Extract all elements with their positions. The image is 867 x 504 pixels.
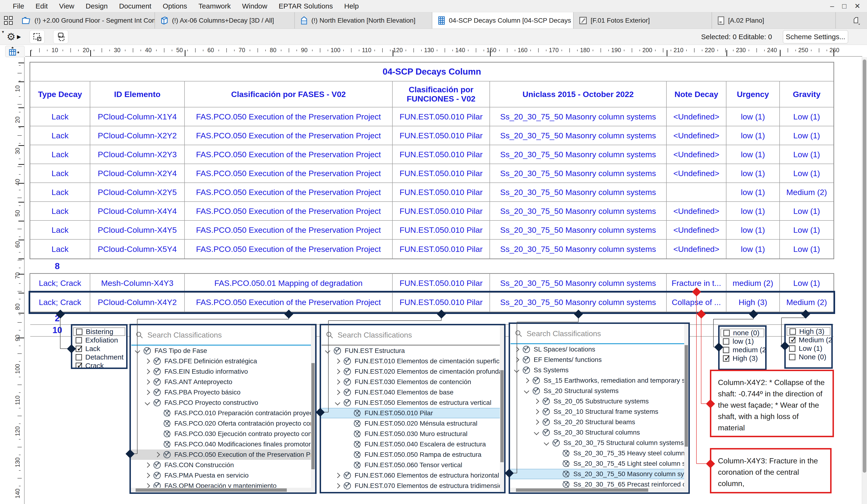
menu-item-file[interactable]: File bbox=[7, 2, 30, 10]
tree-item[interactable]: Ss_20_30 Structural columns bbox=[510, 427, 688, 438]
checkbox-checked[interactable]: ✓ bbox=[76, 346, 82, 352]
tree-item[interactable]: FUN.EST Estructura bbox=[321, 346, 504, 356]
cell-1[interactable]: Mesh-Column-X4Y3 bbox=[90, 274, 185, 293]
close-button[interactable]: ✕ bbox=[855, 0, 860, 12]
settings-gear-button[interactable]: ⚙▶ bbox=[7, 31, 21, 43]
ruler-origin-button[interactable] bbox=[5, 46, 24, 57]
cell-7[interactable]: Low (1) bbox=[780, 274, 833, 293]
tree-item[interactable]: FUN.EST.020 Elementos de cimentación pro… bbox=[321, 366, 504, 377]
cell-3[interactable]: FUN.EST.050.010 Pilar bbox=[393, 164, 490, 183]
cell-1[interactable]: PCloud-Column-X5Y4 bbox=[90, 240, 185, 259]
cell-0[interactable]: Lack bbox=[30, 126, 90, 145]
tree-item[interactable]: EF Elements/ functions bbox=[510, 354, 688, 365]
column-header-0[interactable]: Type Decay bbox=[30, 81, 90, 107]
cell-2[interactable]: FAS.PCO.050 Execution of the Preservatio… bbox=[185, 164, 393, 183]
tree-item[interactable]: Ss_20_05 Substructure systems bbox=[510, 396, 688, 406]
scrollbar-thumb[interactable] bbox=[500, 370, 504, 462]
menu-item-options[interactable]: Options bbox=[157, 2, 193, 10]
tree-item[interactable]: FAS.ANT Anteproyecto bbox=[131, 377, 315, 387]
table-row[interactable]: LackPCloud-Column-X2Y2FAS.PCO.050 Execut… bbox=[30, 126, 833, 145]
chevron-right-icon[interactable] bbox=[145, 473, 150, 478]
chevron-right-icon[interactable] bbox=[145, 359, 150, 364]
cell-3[interactable]: FUN.EST.050.010 Pilar bbox=[393, 221, 490, 240]
cell-4[interactable]: Ss_20_30_75_50 Masonry column systems bbox=[490, 164, 667, 183]
tree-item[interactable]: FUN.EST.050.030 Muro estructural bbox=[321, 429, 504, 439]
cell-7[interactable]: Low (1) bbox=[780, 202, 833, 221]
checkbox-checked[interactable]: ✓ bbox=[723, 355, 729, 362]
cell-5[interactable]: <Undefined> bbox=[667, 107, 726, 126]
cell-3[interactable]: FUN.EST.050.010 Pilar bbox=[393, 183, 490, 202]
tree-item[interactable]: FUN.EST.010 Elementos de cimentación sup… bbox=[321, 356, 504, 366]
table-row[interactable]: LackPCloud-Column-X2Y5FAS.PCO.050 Execut… bbox=[30, 183, 833, 202]
tree-item[interactable]: Ss_20_30_75_45 Light steel column system… bbox=[510, 458, 688, 469]
cell-2[interactable]: FAS.PCO.050 Execution of the Preservatio… bbox=[185, 183, 393, 202]
uniclass-classification-popup[interactable]: Search ClassificationsSL Spaces/ locatio… bbox=[509, 322, 690, 494]
chevron-down-icon[interactable] bbox=[335, 400, 340, 406]
cell-5[interactable]: <Undefined> bbox=[667, 164, 726, 183]
checkbox-checked[interactable]: ✓ bbox=[76, 363, 82, 369]
tree-item[interactable]: Ss_20_20 Structural beams bbox=[510, 417, 688, 427]
tree-item[interactable]: FAS.PCO.010 Preparación contratación pro… bbox=[131, 408, 315, 418]
funciones-classification-popup[interactable]: Search ClassificationsFUN.EST Estructura… bbox=[320, 324, 505, 493]
cell-1[interactable]: PCloud-Column-X2Y5 bbox=[90, 183, 185, 202]
cell-5[interactable]: <Undefined> bbox=[667, 126, 726, 145]
cell-4[interactable]: Ss_20_30_75_50 Masonry column systems bbox=[490, 221, 667, 240]
cell-4[interactable]: Ss_20_30_75_50 Masonry column systems bbox=[490, 107, 667, 126]
cell-6[interactable]: low (1) bbox=[726, 183, 780, 202]
decay-type-popup[interactable]: BisteringExfoliation✓LackDetachment✓Crac… bbox=[71, 324, 128, 369]
cell-2[interactable]: FAS.PCO.050 Execution of the Preservatio… bbox=[185, 202, 393, 221]
menu-item-window[interactable]: Window bbox=[236, 2, 273, 10]
menu-item-help[interactable]: Help bbox=[339, 2, 364, 10]
cell-3[interactable]: FUN.EST.050.010 Pilar bbox=[393, 107, 490, 126]
cell-2[interactable]: FAS.PCO.050 Execution of the Preservatio… bbox=[185, 107, 393, 126]
cell-1[interactable]: PCloud-Column-X2Y4 bbox=[90, 164, 185, 183]
minimize-button[interactable]: – bbox=[830, 0, 834, 12]
chevron-right-icon[interactable] bbox=[155, 452, 160, 458]
chevron-right-icon[interactable] bbox=[145, 379, 150, 385]
column-header-1[interactable]: ID Elemento bbox=[90, 81, 185, 107]
cell-4[interactable]: Ss_20_30_75_50 Masonry column systems bbox=[490, 240, 667, 259]
chevron-right-icon[interactable] bbox=[335, 473, 340, 478]
chevron-right-icon[interactable] bbox=[534, 409, 539, 415]
popup-horizontal-scrollbar[interactable] bbox=[510, 488, 684, 492]
pop-up-navigator-button[interactable] bbox=[0, 12, 17, 29]
checkbox-item[interactable]: ✓Medium (2) bbox=[787, 336, 831, 344]
checkbox-item[interactable]: Bistering bbox=[73, 327, 125, 336]
marquee-tool-button[interactable] bbox=[30, 30, 45, 44]
cell-5[interactable]: <Undefined> bbox=[667, 145, 726, 164]
scrollbar-thumb[interactable] bbox=[311, 363, 315, 469]
column-header-7[interactable]: Gravity bbox=[780, 81, 833, 107]
cell-7[interactable]: Low (1) bbox=[780, 164, 833, 183]
vertical-ruler[interactable]: 102030405060708090100110120130140 bbox=[12, 57, 24, 504]
chevron-down-icon[interactable] bbox=[325, 348, 331, 354]
cell-5[interactable] bbox=[667, 183, 726, 202]
chevron-right-icon[interactable] bbox=[335, 390, 340, 395]
scrollbar-thumb[interactable] bbox=[685, 345, 688, 447]
cell-7[interactable]: Low (1) bbox=[780, 145, 833, 164]
tab-5[interactable]: [F.01 Fotos Exterior] bbox=[574, 12, 712, 29]
schedule-canvas[interactable]: 04-SCP Decays ColumnType DecayID Element… bbox=[24, 57, 867, 504]
cell-6[interactable]: low (1) bbox=[726, 126, 780, 145]
tree-item[interactable]: FUN.EST.070 Elementos de estructura trid… bbox=[321, 481, 504, 491]
cell-7[interactable]: Low (1) bbox=[780, 107, 833, 126]
checkbox-item[interactable]: low (1) bbox=[720, 337, 764, 346]
cell-5[interactable]: <Undefined> bbox=[667, 240, 726, 259]
cell-3[interactable]: FUN.EST.050.010 Pilar bbox=[393, 126, 490, 145]
cell-3[interactable]: FUN.EST.050.010 Pilar bbox=[393, 240, 490, 259]
fases-classification-popup[interactable]: Search ClassificationsFAS Tipo de FaseFA… bbox=[129, 324, 317, 494]
classification-search-field[interactable]: Search Classifications bbox=[321, 325, 504, 345]
cell-6[interactable]: low (1) bbox=[726, 221, 780, 240]
menu-item-teamwork[interactable]: Teamwork bbox=[193, 2, 236, 10]
tree-item-selected[interactable]: FUN.EST.050.010 Pilar bbox=[321, 408, 504, 418]
tree-item[interactable]: Ss_20_30_75_35 Heavy steel column system… bbox=[510, 448, 688, 458]
table-row[interactable]: LackPCloud-Column-X2Y4FAS.PCO.050 Execut… bbox=[30, 164, 833, 183]
cell-5[interactable]: <Undefined> bbox=[667, 221, 726, 240]
chevron-down-icon[interactable] bbox=[145, 400, 150, 406]
cell-0[interactable]: Lack bbox=[30, 145, 90, 164]
chevron-down-icon[interactable] bbox=[534, 430, 539, 435]
tree-item[interactable]: FAS.PBA Proyecto básico bbox=[131, 387, 315, 397]
tree-item[interactable]: FUN.EST.030 Elementos de contención bbox=[321, 377, 504, 387]
chevron-right-icon[interactable] bbox=[335, 483, 340, 489]
tree-item-selected[interactable]: FAS.PCO.050 Execution of the Preservatio… bbox=[131, 449, 315, 460]
chevron-right-icon[interactable] bbox=[335, 379, 340, 385]
